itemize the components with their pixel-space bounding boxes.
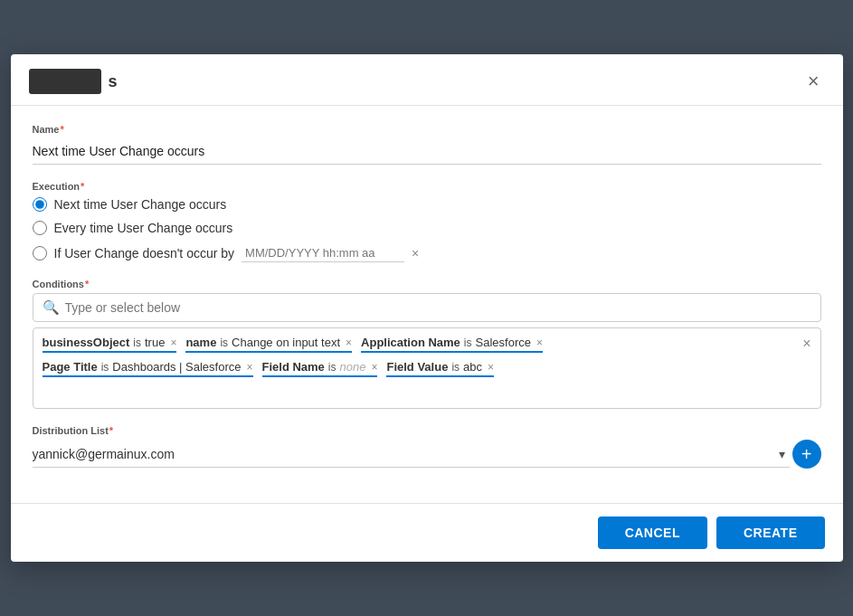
conditions-search-box[interactable]: 🔍: [33, 293, 821, 322]
execution-option-3-row: If User Change doesn't occur by ×: [33, 244, 821, 262]
distribution-row: ▾ +: [33, 440, 821, 469]
date-clear-icon[interactable]: ×: [412, 246, 419, 261]
modal-dialog: s × Name* Execution* Next time User Chan…: [11, 54, 843, 562]
conditions-search-input[interactable]: [65, 300, 811, 315]
title-icon-box: [29, 69, 101, 94]
tag-businessObject: businessObject is true ×: [43, 336, 177, 353]
cancel-button[interactable]: CANCEL: [598, 516, 707, 549]
tag-page-title: Page Title is Dashboards | Salesforce ×: [43, 360, 253, 377]
tag-name-remove[interactable]: ×: [346, 336, 352, 349]
tag-name: name is Change on input text ×: [185, 336, 352, 353]
execution-option-3[interactable]: If User Change doesn't occur by: [33, 246, 235, 261]
name-field-group: Name*: [33, 124, 821, 165]
distribution-label: Distribution List*: [33, 425, 821, 436]
search-icon: 🔍: [43, 299, 60, 316]
tag-field-name-remove[interactable]: ×: [371, 361, 377, 374]
modal-title: s: [29, 69, 118, 94]
execution-field-group: Execution* Next time User Change occurs …: [33, 181, 821, 262]
name-input[interactable]: [33, 138, 821, 165]
modal-title-suffix: s: [109, 72, 118, 91]
conditions-field-group: Conditions* 🔍 businessObject is true × n…: [33, 279, 821, 409]
modal-header: s ×: [11, 54, 843, 106]
add-distribution-button[interactable]: +: [792, 440, 821, 469]
modal-body: Name* Execution* Next time User Change o…: [11, 106, 843, 503]
tag-page-title-remove[interactable]: ×: [246, 361, 252, 374]
distribution-input[interactable]: [33, 441, 790, 468]
distribution-field-group: Distribution List* ▾ +: [33, 425, 821, 469]
conditions-tags-row-2: Page Title is Dashboards | Salesforce × …: [43, 360, 811, 377]
execution-option-1[interactable]: Next time User Change occurs: [33, 197, 821, 212]
execution-label: Execution*: [33, 181, 821, 192]
execution-option-2[interactable]: Every time User Change occurs: [33, 221, 821, 235]
tag-businessObject-remove[interactable]: ×: [170, 336, 176, 349]
tag-application-name-remove[interactable]: ×: [536, 336, 543, 349]
conditions-label: Conditions*: [33, 279, 821, 289]
modal-footer: CANCEL CREATE: [11, 503, 843, 562]
date-input[interactable]: [242, 244, 404, 262]
tag-field-value-remove[interactable]: ×: [488, 361, 494, 374]
close-button[interactable]: ×: [802, 70, 825, 93]
dropdown-arrow-icon: ▾: [779, 447, 785, 461]
execution-radio-group: Next time User Change occurs Every time …: [33, 197, 821, 262]
conditions-tags-row-1: businessObject is true × name is Change …: [43, 336, 811, 353]
tag-application-name: Application Name is Salesforce ×: [361, 336, 543, 353]
tag-field-value: Field Value is abc ×: [386, 360, 494, 377]
conditions-tags-box: businessObject is true × name is Change …: [33, 327, 821, 409]
row1-close-icon[interactable]: ×: [802, 336, 810, 352]
create-button[interactable]: CREATE: [716, 516, 825, 549]
tag-field-name: Field Name is none ×: [262, 360, 378, 377]
name-label: Name*: [33, 124, 821, 135]
